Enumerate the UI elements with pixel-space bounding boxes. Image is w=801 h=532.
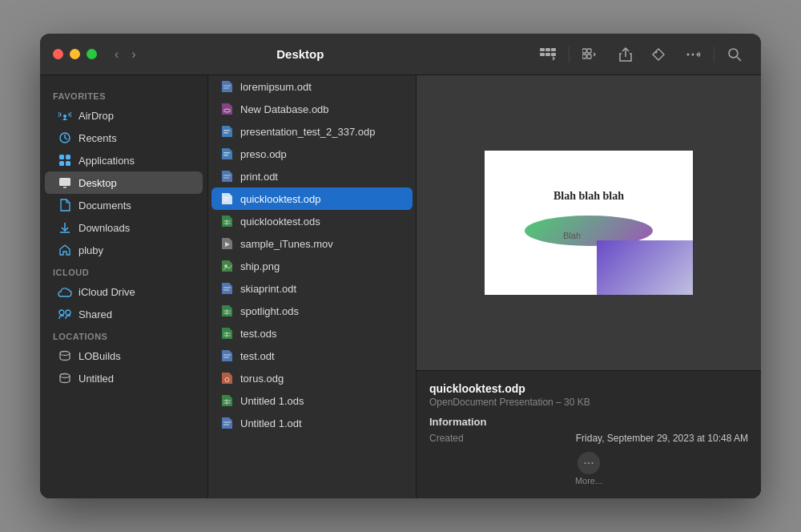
file-name: preso.odp bbox=[240, 148, 287, 160]
file-list-item[interactable]: spotlight.ods bbox=[208, 300, 416, 322]
file-name: presentation_test_2_337.odp bbox=[240, 126, 375, 138]
sidebar-item-recents[interactable]: Recents bbox=[45, 127, 203, 149]
file-icon bbox=[219, 147, 234, 161]
file-list-item[interactable]: skiaprint.odt bbox=[208, 277, 416, 300]
sidebar-item-label: Untitled bbox=[78, 373, 114, 385]
file-list-item[interactable]: loremipsum.odt bbox=[208, 75, 416, 98]
file-name: New Database.odb bbox=[240, 103, 329, 115]
svg-rect-22 bbox=[59, 178, 70, 186]
sidebar-item-label: Shared bbox=[78, 308, 112, 320]
preview-subtype: OpenDocument Presentation – 30 KB bbox=[429, 397, 748, 408]
svg-rect-21 bbox=[66, 161, 70, 166]
svg-rect-3 bbox=[540, 53, 545, 56]
svg-point-12 bbox=[692, 53, 694, 55]
view-toggle-button[interactable] bbox=[533, 44, 562, 65]
sidebar-item-airdrop[interactable]: AirDrop bbox=[45, 104, 203, 127]
svg-rect-23 bbox=[63, 187, 66, 188]
file-list-item[interactable]: print.odt bbox=[208, 165, 416, 187]
sidebar-item-icloud[interactable]: iCloud Drive bbox=[45, 280, 203, 303]
file-icon bbox=[219, 416, 234, 430]
svg-rect-5 bbox=[551, 53, 556, 56]
preview-info: quicklooktest.odp OpenDocument Presentat… bbox=[417, 370, 761, 498]
svg-point-16 bbox=[63, 115, 66, 118]
sidebar-item-label: Documents bbox=[78, 200, 131, 212]
tag-icon bbox=[651, 47, 666, 62]
sidebar-item-label: LOBuilds bbox=[78, 350, 121, 362]
more-icon bbox=[685, 48, 701, 61]
icloud-icon bbox=[58, 284, 72, 299]
file-list-item[interactable]: test.odt bbox=[208, 345, 416, 367]
svg-line-15 bbox=[737, 57, 741, 61]
file-list-item[interactable]: ship.png bbox=[208, 255, 416, 277]
slide-blah-text: Blah bbox=[563, 231, 581, 240]
search-button[interactable] bbox=[721, 43, 748, 66]
sidebar-item-pluby[interactable]: pluby bbox=[45, 239, 203, 261]
svg-rect-6 bbox=[582, 49, 586, 53]
locations-label: Locations bbox=[40, 325, 207, 345]
file-icon bbox=[219, 259, 234, 273]
share-button[interactable] bbox=[613, 43, 638, 66]
file-icon bbox=[219, 326, 234, 341]
file-list-item[interactable]: New Database.odb bbox=[208, 98, 416, 120]
sidebar-item-label: Desktop bbox=[78, 177, 117, 189]
untitled-drive-icon bbox=[58, 371, 72, 385]
group-button[interactable] bbox=[576, 44, 606, 65]
file-icon bbox=[219, 281, 234, 296]
preview-panel: Blah blah blah Blah quicklooktest.odp Op… bbox=[417, 75, 761, 498]
file-list-item[interactable]: Untitled 1.odt bbox=[208, 412, 416, 434]
file-icon bbox=[219, 371, 234, 385]
file-list-item[interactable]: presentation_test_2_337.odp bbox=[208, 120, 416, 143]
svg-rect-35 bbox=[223, 155, 228, 156]
sidebar-item-label: pluby bbox=[78, 244, 103, 256]
file-list-item[interactable]: quicklooktest.ods bbox=[208, 210, 416, 232]
more-button[interactable]: ··· bbox=[578, 452, 600, 474]
svg-rect-2 bbox=[551, 48, 556, 51]
main-content: Favorites AirDrop bbox=[40, 75, 761, 498]
file-name: print.odt bbox=[240, 171, 278, 183]
file-icon bbox=[219, 214, 234, 228]
more-actions-button[interactable] bbox=[678, 44, 707, 65]
svg-rect-18 bbox=[59, 155, 64, 159]
sidebar-item-desktop[interactable]: Desktop bbox=[45, 171, 203, 194]
svg-point-27 bbox=[60, 352, 70, 356]
file-list-item[interactable]: quicklooktest.odp bbox=[211, 187, 413, 210]
file-name: sample_iTunes.mov bbox=[240, 238, 333, 250]
tag-button[interactable] bbox=[645, 43, 672, 66]
file-icon bbox=[219, 169, 234, 183]
preview-created-row: Created Friday, September 29, 2023 at 10… bbox=[429, 433, 748, 444]
sidebar-item-shared[interactable]: Shared bbox=[45, 303, 203, 325]
file-list-item[interactable]: test.ods bbox=[208, 322, 416, 345]
sidebar-item-downloads[interactable]: Downloads bbox=[45, 216, 203, 239]
file-list-item[interactable]: torus.odg bbox=[208, 367, 416, 389]
svg-rect-38 bbox=[223, 197, 230, 199]
view-icon bbox=[540, 48, 556, 61]
preview-slide: Blah blah blah Blah bbox=[485, 151, 693, 295]
svg-rect-39 bbox=[223, 200, 228, 201]
svg-rect-32 bbox=[223, 130, 230, 131]
divider bbox=[569, 46, 570, 62]
svg-point-11 bbox=[687, 53, 690, 55]
sidebar-item-untitled[interactable]: Untitled bbox=[45, 367, 203, 389]
file-list-item[interactable]: Untitled 1.ods bbox=[208, 389, 416, 412]
applications-icon bbox=[58, 153, 72, 167]
svg-rect-34 bbox=[223, 152, 230, 154]
preview-image-area: Blah blah blah Blah bbox=[417, 75, 761, 370]
svg-point-25 bbox=[59, 310, 64, 315]
file-name: quicklooktest.odp bbox=[240, 193, 320, 205]
file-name: spotlight.ods bbox=[240, 305, 299, 317]
sidebar-item-documents[interactable]: Documents bbox=[45, 194, 203, 216]
sidebar-item-label: Recents bbox=[78, 132, 117, 144]
file-icon bbox=[219, 191, 234, 206]
sidebar-item-lobuilds[interactable]: LOBuilds bbox=[45, 345, 203, 367]
close-button[interactable] bbox=[53, 49, 63, 59]
favorites-label: Favorites bbox=[40, 85, 207, 104]
file-icon bbox=[219, 349, 234, 363]
toolbar-actions bbox=[533, 43, 748, 66]
airdrop-icon bbox=[58, 108, 72, 123]
window-title: Desktop bbox=[67, 47, 533, 61]
file-name: torus.odg bbox=[240, 373, 284, 385]
sidebar-item-applications[interactable]: Applications bbox=[45, 149, 203, 171]
file-list-item[interactable]: sample_iTunes.mov bbox=[208, 232, 416, 255]
file-list-item[interactable]: preso.odp bbox=[208, 143, 416, 165]
sidebar-item-label: AirDrop bbox=[78, 110, 114, 122]
